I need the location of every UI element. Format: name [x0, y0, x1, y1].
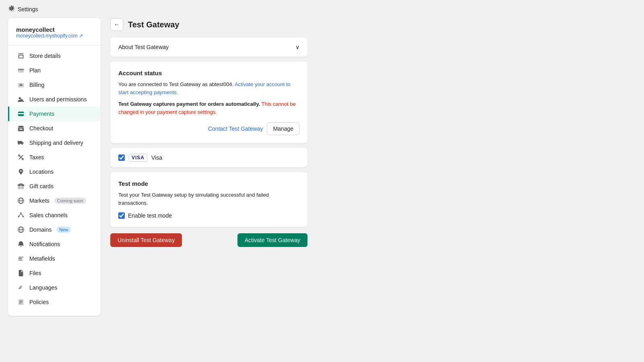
- checkout-icon: [17, 125, 25, 132]
- nav-item[interactable]: Files: [8, 266, 101, 280]
- gift-icon: [17, 183, 25, 190]
- visa-section: VISA Visa: [110, 148, 308, 167]
- activate-gateway-button[interactable]: Activate Test Gateway: [237, 233, 308, 247]
- enable-test-mode-row: Enable test mode: [118, 212, 299, 219]
- plan-icon: [17, 67, 25, 74]
- policies-icon: [17, 298, 25, 306]
- billing-icon: [17, 81, 25, 88]
- footer-actions: Uninstall Test Gateway Activate Test Gat…: [110, 233, 308, 247]
- svg-rect-7: [18, 154, 20, 156]
- account-status-card: Account status You are connected to Test…: [110, 62, 308, 143]
- nav-item[interactable]: Gift cards: [8, 179, 101, 193]
- svg-point-15: [20, 212, 22, 214]
- external-link-icon: ↗: [79, 33, 83, 39]
- payment-capture-text: Test Gateway captures payment for orders…: [118, 100, 299, 116]
- top-bar: Settings: [0, 0, 644, 18]
- panel-title: Test Gateway: [128, 20, 179, 29]
- svg-point-6: [22, 144, 23, 145]
- svg-point-16: [18, 216, 20, 218]
- svg-rect-24: [19, 258, 22, 259]
- nav-item[interactable]: Sales channels: [8, 208, 101, 222]
- enable-test-mode-checkbox[interactable]: [118, 212, 125, 219]
- nav-item[interactable]: Store details: [8, 49, 101, 63]
- visa-checkbox[interactable]: [118, 154, 125, 161]
- nav-item[interactable]: Shipping and delivery: [8, 136, 101, 150]
- test-mode-description: Test your Test Gateway setup by simulati…: [118, 191, 299, 207]
- back-button[interactable]: ←: [110, 18, 123, 31]
- svg-point-5: [19, 144, 20, 145]
- enable-test-mode-label: Enable test mode: [128, 212, 172, 219]
- store-icon: [17, 52, 25, 60]
- sidebar: moneycollect moneycollect.myshopify.com …: [8, 18, 101, 316]
- capture-bold: Test Gateway captures payment for orders…: [118, 101, 260, 107]
- main-layout: moneycollect moneycollect.myshopify.com …: [0, 18, 644, 324]
- contact-gateway-button[interactable]: Contact Test Gateway: [208, 125, 263, 132]
- visa-badge: VISA: [129, 154, 147, 162]
- locations-icon: [17, 168, 25, 175]
- store-url[interactable]: moneycollect.myshopify.com ↗: [16, 33, 93, 39]
- svg-rect-0: [18, 68, 24, 73]
- chevron-down-icon: ∨: [295, 44, 299, 50]
- nav-item[interactable]: Users and permissions: [8, 92, 101, 107]
- back-arrow-icon: ←: [114, 21, 120, 28]
- payments-icon: [17, 110, 25, 117]
- sales-channels-icon: [17, 212, 25, 219]
- svg-point-3: [19, 97, 21, 99]
- svg-rect-23: [19, 257, 24, 258]
- settings-title: Settings: [18, 6, 38, 12]
- shipping-icon: [17, 139, 25, 146]
- test-mode-card: Test mode Test your Test Gateway setup b…: [110, 172, 308, 227]
- svg-line-19: [21, 214, 23, 216]
- svg-point-17: [23, 216, 24, 218]
- nav-item[interactable]: Billing: [8, 78, 101, 92]
- taxes-icon: [17, 154, 25, 161]
- test-mode-content: Test mode Test your Test Gateway setup b…: [110, 172, 308, 227]
- activate-link[interactable]: Activate your account to start accepting…: [118, 81, 291, 95]
- account-status-description: You are connected to Test Gateway as abt…: [118, 80, 299, 96]
- files-icon: [17, 269, 25, 277]
- account-status-content: Account status You are connected to Test…: [110, 62, 308, 143]
- nav-item[interactable]: Taxes: [8, 150, 101, 165]
- domains-icon: [17, 226, 25, 233]
- nav-item[interactable]: Plan: [8, 63, 101, 78]
- notifications-icon: [17, 241, 25, 248]
- account-status-title: Account status: [118, 70, 299, 76]
- svg-line-18: [19, 214, 21, 216]
- about-section[interactable]: About Test Gateway ∨: [110, 37, 308, 57]
- panel-header: ← Test Gateway: [110, 18, 308, 31]
- nav-item[interactable]: Policies: [8, 295, 101, 309]
- nav-item[interactable]: Checkout: [8, 121, 101, 136]
- visa-label: Visa: [151, 154, 162, 161]
- nav-item[interactable]: Metafields: [8, 251, 101, 266]
- nav-item[interactable]: Notifications: [8, 237, 101, 251]
- visa-card: VISA Visa: [110, 148, 308, 167]
- store-info: moneycollect moneycollect.myshopify.com …: [8, 25, 101, 45]
- uninstall-button[interactable]: Uninstall Test Gateway: [110, 233, 182, 247]
- users-icon: [17, 96, 25, 103]
- nav-item[interactable]: Domains New: [8, 222, 101, 237]
- store-name: moneycollect: [16, 26, 93, 33]
- svg-rect-8: [22, 158, 24, 160]
- nav-item[interactable]: Markets Coming soon: [8, 193, 101, 208]
- about-card: About Test Gateway ∨: [110, 37, 308, 57]
- account-actions: Contact Test Gateway Manage: [118, 122, 299, 135]
- nav-item[interactable]: Locations: [8, 165, 101, 179]
- coming-soon-badge: Coming soon: [54, 197, 86, 204]
- about-label: About Test Gateway: [118, 44, 169, 50]
- markets-icon: [17, 197, 25, 204]
- svg-point-2: [20, 84, 22, 86]
- manage-button[interactable]: Manage: [267, 122, 299, 135]
- metafields-icon: [17, 255, 25, 262]
- svg-rect-25: [19, 260, 23, 261]
- nav-item[interactable]: Languages: [8, 280, 101, 295]
- nav-item-payments[interactable]: Payments: [8, 107, 101, 121]
- languages-icon: [17, 284, 25, 291]
- gear-icon: [8, 5, 15, 13]
- test-mode-title: Test mode: [118, 180, 299, 187]
- main-panel: ← Test Gateway About Test Gateway ∨ Acco…: [110, 18, 308, 247]
- new-badge: New: [56, 226, 71, 233]
